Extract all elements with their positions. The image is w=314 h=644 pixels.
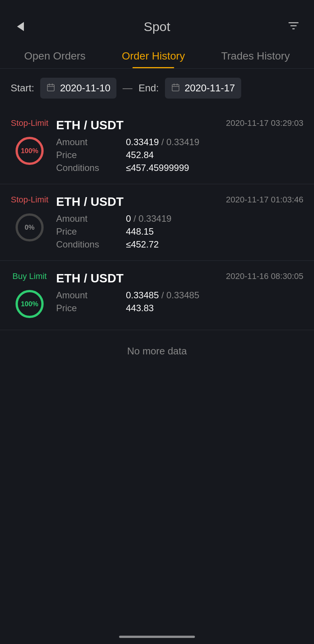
filter-button[interactable] — [285, 18, 302, 35]
order-amount-row-3: Amount 0.33485 / 0.33485 — [56, 290, 303, 301]
conditions-value-2: ≤452.72 — [126, 239, 159, 250]
amount-label-3: Amount — [56, 290, 117, 301]
order-type-label-1: Stop-Limit — [11, 118, 48, 128]
page-title: Spot — [144, 19, 170, 34]
order-conditions-row-1: Conditions ≤457.45999999 — [56, 163, 303, 173]
price-label-3: Price — [56, 303, 117, 313]
calendar-end-icon — [171, 83, 180, 94]
start-date-picker[interactable]: 2020-11-10 — [40, 78, 116, 99]
amount-label-1: Amount — [56, 137, 117, 147]
start-label: Start: — [11, 82, 34, 94]
order-header-3: ETH / USDT 2020-11-16 08:30:05 — [56, 271, 303, 285]
amount-value-2: 0 / 0.33419 — [126, 213, 171, 224]
price-value-1: 452.84 — [126, 150, 154, 160]
order-price-row-3: Price 443.83 — [56, 303, 303, 313]
conditions-value-1: ≤457.45999999 — [126, 163, 189, 173]
order-left-1: Stop-Limit 100% — [11, 118, 49, 173]
conditions-label-1: Conditions — [56, 163, 117, 173]
order-pair-1: ETH / USDT — [56, 118, 124, 132]
amount-value-3: 0.33485 / 0.33485 — [126, 290, 199, 301]
order-details-3: Amount 0.33485 / 0.33485 Price 443.83 — [56, 290, 303, 313]
end-label: End: — [138, 82, 159, 94]
svg-rect-0 — [47, 85, 54, 91]
amount-label-2: Amount — [56, 213, 117, 224]
order-type-label-2: Stop-Limit — [11, 195, 48, 205]
end-date-value: 2020-11-17 — [185, 82, 235, 94]
amount-value-1: 0.33419 / 0.33419 — [126, 137, 199, 147]
order-item-3[interactable]: Buy Limit 100% ETH / USDT 2020-11-16 08:… — [0, 261, 314, 330]
progress-circle-1: 100% — [14, 136, 45, 166]
date-range-selector: Start: 2020-11-10 — End: 2020-11-17 — [0, 69, 314, 108]
order-price-row-1: Price 452.84 — [56, 150, 303, 160]
end-date-picker[interactable]: 2020-11-17 — [165, 78, 241, 99]
order-conditions-row-2: Conditions ≤452.72 — [56, 239, 303, 250]
order-price-row-2: Price 448.15 — [56, 226, 303, 237]
order-header-2: ETH / USDT 2020-11-17 01:03:46 — [56, 195, 303, 209]
date-separator: — — [122, 82, 132, 94]
order-details-1: Amount 0.33419 / 0.33419 Price 452.84 Co… — [56, 137, 303, 173]
progress-circle-2: 0% — [14, 212, 45, 243]
order-left-2: Stop-Limit 0% — [11, 195, 49, 250]
price-label-2: Price — [56, 226, 117, 237]
orders-list: Stop-Limit 100% ETH / USDT 2020-11-17 03… — [0, 108, 314, 330]
tab-trades-history[interactable]: Trades History — [218, 44, 293, 68]
order-content-1: ETH / USDT 2020-11-17 03:29:03 Amount 0.… — [56, 118, 303, 173]
price-label-1: Price — [56, 150, 117, 160]
price-value-3: 443.83 — [126, 303, 154, 313]
order-header-1: ETH / USDT 2020-11-17 03:29:03 — [56, 118, 303, 132]
order-timestamp-3: 2020-11-16 08:30:05 — [226, 271, 303, 281]
order-item-2[interactable]: Stop-Limit 0% ETH / USDT 2020-11-17 01:0… — [0, 184, 314, 261]
tab-order-history[interactable]: Order History — [119, 44, 188, 68]
order-type-label-3: Buy Limit — [13, 271, 47, 281]
tabs-bar: Open Orders Order History Trades History — [0, 44, 314, 69]
back-icon — [17, 22, 24, 31]
start-date-value: 2020-11-10 — [60, 82, 110, 94]
order-item-1[interactable]: Stop-Limit 100% ETH / USDT 2020-11-17 03… — [0, 108, 314, 184]
tab-open-orders[interactable]: Open Orders — [21, 44, 89, 68]
order-amount-row-1: Amount 0.33419 / 0.33419 — [56, 137, 303, 147]
order-pair-2: ETH / USDT — [56, 195, 124, 209]
svg-rect-1 — [172, 85, 179, 91]
back-button[interactable] — [12, 18, 29, 35]
header: Spot — [0, 0, 314, 44]
order-left-3: Buy Limit 100% — [11, 271, 49, 319]
no-more-data: No more data — [0, 330, 314, 372]
svg-text:100%: 100% — [21, 300, 38, 308]
order-content-2: ETH / USDT 2020-11-17 01:03:46 Amount 0 … — [56, 195, 303, 250]
svg-text:0%: 0% — [25, 224, 35, 231]
order-content-3: ETH / USDT 2020-11-16 08:30:05 Amount 0.… — [56, 271, 303, 319]
price-value-2: 448.15 — [126, 226, 154, 237]
order-amount-row-2: Amount 0 / 0.33419 — [56, 213, 303, 224]
order-timestamp-2: 2020-11-17 01:03:46 — [226, 195, 303, 205]
conditions-label-2: Conditions — [56, 239, 117, 250]
progress-circle-3: 100% — [14, 289, 45, 319]
filter-icon — [287, 20, 300, 33]
order-pair-3: ETH / USDT — [56, 271, 124, 285]
order-timestamp-1: 2020-11-17 03:29:03 — [226, 118, 303, 128]
calendar-start-icon — [46, 83, 55, 94]
home-indicator — [119, 636, 195, 638]
svg-text:100%: 100% — [21, 147, 38, 155]
order-details-2: Amount 0 / 0.33419 Price 448.15 Conditio… — [56, 213, 303, 250]
